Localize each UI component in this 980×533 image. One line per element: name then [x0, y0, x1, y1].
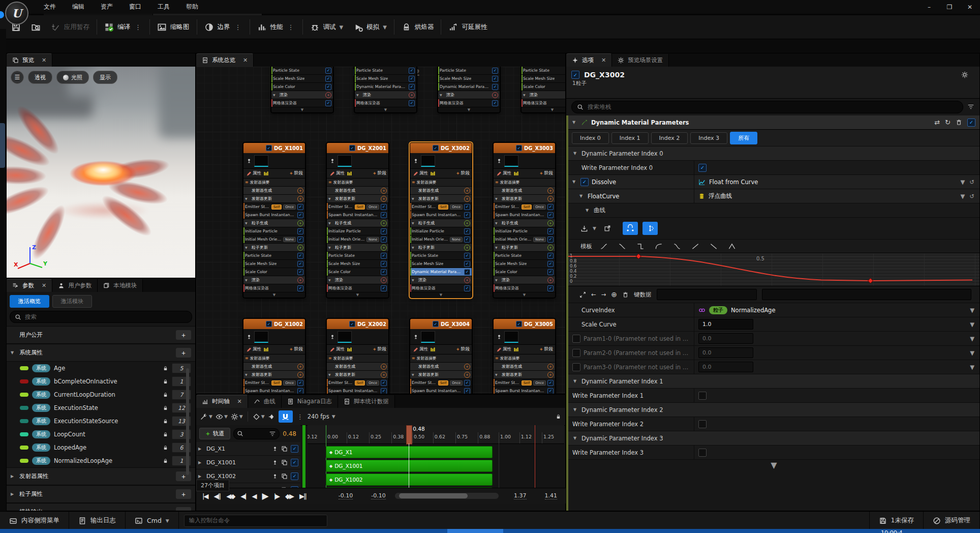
delete-key-icon[interactable]	[622, 291, 629, 298]
stack-section-粒子更新[interactable]: ▼粒子更新＋	[243, 244, 305, 252]
stack-section-粒子更新[interactable]: ▼粒子更新＋	[327, 244, 388, 252]
fit-horizontal-toggle[interactable]	[623, 222, 638, 235]
stack-section-粒子生成[interactable]: ▼粒子生成＋	[243, 219, 305, 227]
stack-section-发射器更新[interactable]: ▼发射器更新＋	[243, 371, 305, 379]
emitter-node-partial-1[interactable]: ✓ 属性＋阶段≡发射器摘要发射器生成＋▼发射器更新＋Emitter StateS…	[354, 67, 417, 113]
group-row-Dynamic Parameter Index 3[interactable]: ▼Dynamic Parameter Index 3	[568, 431, 979, 446]
node-header[interactable]: ✓DG_X3002	[410, 143, 472, 153]
params-tab-用户参数[interactable]: 用户参数	[52, 279, 98, 292]
close-tab-icon[interactable]: ✕	[233, 398, 242, 405]
param-group-用户公开[interactable]: 用户公开＋	[7, 326, 195, 344]
add-module-icon[interactable]: ＋	[297, 245, 303, 251]
stack-module-Scale Color[interactable]: Scale Color✓	[271, 83, 333, 91]
module-enabled-checkbox[interactable]: ✓	[464, 253, 470, 259]
stack-module-Particle State[interactable]: Particle State✓	[243, 252, 305, 260]
emitter-node-DG_X2002[interactable]: ✓DG_X2002 属性＋阶段≡发射器摘要发射器生成＋▼发射器更新＋Emitte…	[326, 318, 389, 394]
add-stage-button[interactable]: ＋阶段	[539, 346, 554, 352]
stack-module-网格体渲染器[interactable]: 网格体渲染器✓	[271, 99, 333, 107]
param-row-LoopCount[interactable]: 系统 LoopCount 3	[7, 428, 195, 441]
stack-module-Initial Mesh Orientation[interactable]: Initial Mesh OrientationNone✓	[243, 235, 305, 244]
add-module-icon[interactable]: ＋	[547, 220, 554, 226]
chevron-down-icon[interactable]: ▼	[383, 24, 387, 30]
transport-button-5[interactable]: ▶	[259, 491, 271, 501]
stack-section-发射器生成[interactable]: 发射器生成＋	[243, 363, 305, 371]
group-row-Dynamic Parameter Index 0[interactable]: ▼Dynamic Parameter Index 0	[568, 146, 979, 161]
module-enabled-checkbox[interactable]: ✓	[297, 253, 303, 259]
chevron-down-icon[interactable]: ▼	[970, 335, 974, 342]
chevron-down-icon[interactable]: ▼	[970, 321, 974, 328]
add-module-icon[interactable]: ＋	[547, 196, 554, 202]
stack-module-Spawn Burst Instantaneous[interactable]: Spawn Burst Instantaneous✓	[243, 387, 305, 394]
stack-module-网格体渲染器[interactable]: 网格体渲染器✓	[410, 284, 472, 292]
template-ease-out-button[interactable]	[652, 243, 665, 250]
menu-编辑[interactable]: 编辑	[65, 1, 91, 13]
refresh-icon[interactable]: ↻	[945, 119, 951, 126]
param-group-模块输出[interactable]: ▶模块输出＋	[7, 503, 195, 511]
subhead-row-曲线[interactable]: ▼曲线	[568, 203, 979, 218]
module-row-FloatCurve[interactable]: ▼FloatCurve 浮点曲线 ▼↺	[568, 189, 979, 203]
chevron-right-icon[interactable]: ▶	[198, 447, 203, 451]
module-enabled-checkbox[interactable]: ✓	[464, 236, 470, 243]
add-parameter-button[interactable]: ＋	[176, 348, 191, 358]
menu-资产[interactable]: 资产	[94, 1, 120, 13]
chevron-down-icon[interactable]: ▼	[961, 179, 965, 186]
module-enabled-checkbox[interactable]: ✓	[464, 261, 470, 267]
chevron-down-icon[interactable]: ▼	[970, 349, 974, 357]
chevron-right-icon[interactable]: ▶	[198, 460, 203, 465]
override-checkbox[interactable]	[572, 335, 580, 343]
module-enabled-checkbox[interactable]: ✓	[547, 204, 554, 210]
module-enabled-checkbox[interactable]: ✓	[381, 228, 387, 234]
module-enabled-checkbox[interactable]: ✓	[547, 269, 554, 275]
playhead-marker[interactable]	[406, 425, 412, 445]
prop-row-Scale Curve[interactable]: Scale Curve1.0▼	[568, 317, 979, 332]
add-module-icon[interactable]: ＋	[464, 196, 470, 202]
node-footer[interactable]: ▼	[522, 107, 565, 112]
track-enabled-checkbox[interactable]: ✓	[291, 472, 298, 480]
param-row-NormalizedLoopAge[interactable]: 系统 NormalizedLoopAge 1	[7, 454, 195, 467]
statusbar-Cmd-button[interactable]: Cmd▼	[126, 512, 179, 529]
params-tab-本地模块[interactable]: 本地模块	[98, 279, 143, 292]
curve-plot[interactable]: 0.5 10.80.60.40.20	[568, 253, 979, 286]
value-checkbox[interactable]	[698, 392, 707, 400]
stack-module-Particle State[interactable]: Particle State✓	[494, 252, 555, 260]
emitter-node-DG_X1001[interactable]: ✓DG_X1001 属性＋阶段≡发射器摘要发射器生成＋▼发射器更新＋Emitte…	[243, 142, 305, 298]
stack-module-Initial Mesh Orientation[interactable]: Initial Mesh OrientationNone✓	[327, 235, 388, 244]
toolbar-编译-button[interactable]: 编译⋮	[99, 19, 147, 36]
group-row-Dynamic Parameter Index 1[interactable]: ▼Dynamic Parameter Index 1	[568, 374, 979, 389]
chevron-down-icon[interactable]: ▼	[166, 518, 169, 523]
add-module-icon[interactable]: ＋	[381, 188, 387, 194]
module-enabled-checkbox[interactable]: ✓	[547, 261, 554, 267]
module-enabled-checkbox[interactable]: ✓	[492, 76, 498, 82]
add-track-button[interactable]: ＋轨道	[199, 428, 230, 439]
stack-module-网格体渲染器[interactable]: 网格体渲染器✓	[522, 99, 565, 107]
node-footer[interactable]: ▼	[243, 292, 305, 298]
index-filter-Index 2[interactable]: Index 2	[651, 132, 688, 144]
stack-section-渲染[interactable]: ▼渲染＋	[327, 276, 388, 284]
mode-激活概览-button[interactable]: 激活概览	[10, 295, 49, 308]
module-enabled-checkbox[interactable]: ✓	[381, 261, 387, 267]
window-close-button[interactable]: ✕	[960, 1, 980, 14]
prop-row-Write Parameter Index 1[interactable]: Write Parameter Index 1	[568, 389, 979, 403]
module-enabled-checkbox[interactable]: ✓	[297, 380, 303, 386]
stack-section-粒子更新[interactable]: ▼粒子更新＋	[410, 244, 472, 252]
shuffle-icon[interactable]: ⇄	[934, 119, 940, 126]
add-module-icon[interactable]: ＋	[464, 364, 470, 370]
stack-module-网格体渲染器[interactable]: 网格体渲染器✓	[243, 284, 305, 292]
transport-button-8[interactable]: ▶||	[296, 492, 309, 500]
emitter-node-DG_X2001[interactable]: ✓DG_X2001 属性＋阶段≡发射器摘要发射器生成＋▼发射器更新＋Emitte…	[326, 142, 389, 298]
stack-row-summary[interactable]: ≡发射器摘要	[494, 354, 555, 363]
add-module-icon[interactable]: ＋	[381, 220, 387, 226]
stack-module-Scale Mesh Size[interactable]: Scale Mesh Size✓	[355, 75, 416, 83]
add-module-icon[interactable]: ＋	[464, 188, 470, 194]
add-module-icon[interactable]: ＋	[492, 92, 498, 98]
statusbar-源码管理[interactable]: 源码管理	[924, 512, 980, 529]
add-module-icon[interactable]: ＋	[381, 372, 387, 378]
preview-tab-预览[interactable]: 预览✕	[7, 53, 52, 67]
module-enabled-checkbox[interactable]: ✓	[325, 84, 331, 90]
stack-row-summary[interactable]: ≡发射器摘要	[410, 179, 472, 187]
module-enabled-checkbox[interactable]: ✓	[409, 68, 415, 74]
add-module-icon[interactable]: ＋	[297, 277, 303, 283]
index-filter-Index 0[interactable]: Index 0	[572, 132, 609, 144]
stack-section-渲染[interactable]: ▼渲染＋	[410, 276, 472, 284]
node-footer[interactable]: ▼	[327, 292, 388, 298]
